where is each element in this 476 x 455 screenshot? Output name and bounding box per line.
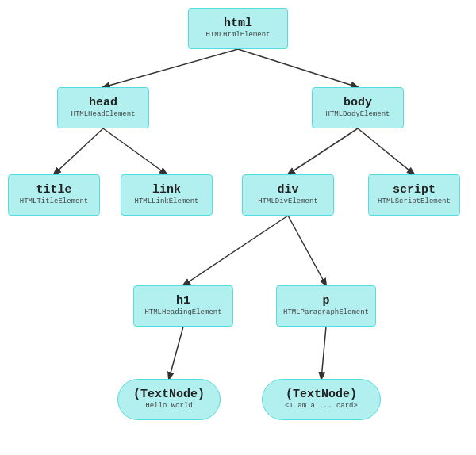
node-tag-title: title [36,183,71,197]
node-link: linkHTMLLinkElement [121,174,213,216]
svg-line-5 [358,128,414,174]
node-body: bodyHTMLBodyElement [312,87,404,128]
node-type-link: HTMLLinkElement [134,197,198,207]
node-type-h1: HTMLHeadingElement [144,308,221,318]
node-tag-textnode2: (TextNode) [286,388,357,402]
node-div: divHTMLDivElement [242,174,334,216]
node-head: headHTMLHeadElement [57,87,149,128]
node-tag-link: link [152,183,181,197]
svg-line-6 [183,216,288,285]
svg-line-8 [169,327,183,379]
node-tag-h1: h1 [176,294,190,308]
node-html: htmlHTMLHtmlElement [188,8,288,49]
node-type-textnode2: <I am a ... card> [285,402,358,411]
node-type-script: HTMLScriptElement [378,197,451,207]
node-type-head: HTMLHeadElement [71,110,135,120]
node-h1: h1HTMLHeadingElement [133,285,233,327]
node-type-html: HTMLHtmlElement [205,31,270,40]
svg-line-1 [238,49,358,87]
svg-line-7 [288,216,326,285]
node-tag-head: head [89,96,117,110]
node-tag-html: html [224,17,252,31]
svg-line-0 [103,49,238,87]
node-type-p: HTMLParagraphElement [283,308,369,318]
node-title: titleHTMLTitleElement [8,174,100,216]
node-type-div: HTMLDivElement [258,197,318,207]
svg-line-3 [103,128,167,174]
node-tag-body: body [344,96,372,110]
node-type-body: HTMLBodyElement [325,110,390,120]
node-textnode2: (TextNode)<I am a ... card> [262,379,381,420]
node-script: scriptHTMLScriptElement [368,174,460,216]
node-tag-script: script [393,183,436,197]
svg-line-9 [321,327,326,379]
node-p: pHTMLParagraphElement [276,285,376,327]
node-textnode1: (TextNode)Hello World [117,379,221,420]
node-tag-textnode1: (TextNode) [133,388,205,402]
node-tag-div: div [277,183,298,197]
node-tag-p: p [322,294,329,308]
tree-diagram: htmlHTMLHtmlElementheadHTMLHeadElementbo… [0,0,476,455]
connectors-svg [0,0,476,455]
node-type-textnode1: Hello World [145,402,192,411]
node-type-title: HTMLTitleElement [20,197,88,207]
svg-line-2 [54,128,103,174]
svg-line-4 [288,128,358,174]
